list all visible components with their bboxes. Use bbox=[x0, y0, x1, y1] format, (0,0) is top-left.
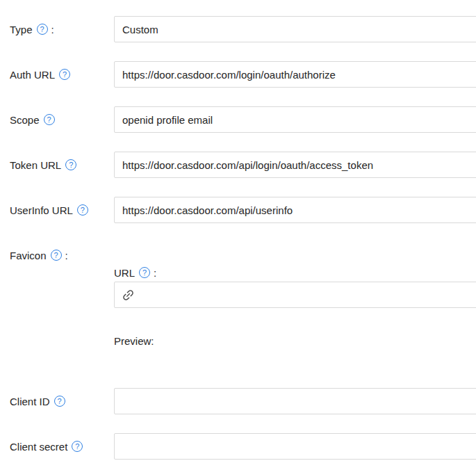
help-icon[interactable]: ? bbox=[37, 24, 48, 35]
auth-url-row: Auth URL ? bbox=[0, 61, 476, 88]
client-secret-label-text: Client secret bbox=[10, 441, 67, 453]
type-label: Type ? : bbox=[0, 16, 114, 42]
favicon-url-label-colon: : bbox=[154, 267, 156, 279]
favicon-label: Favicon ? : bbox=[0, 242, 114, 268]
auth-url-label: Auth URL ? bbox=[0, 61, 114, 88]
client-id-row: Client ID ? bbox=[0, 388, 476, 414]
help-icon[interactable]: ? bbox=[65, 159, 76, 170]
favicon-preview-label: Preview: bbox=[114, 333, 476, 348]
client-id-label: Client ID ? bbox=[0, 388, 114, 414]
scope-input[interactable] bbox=[114, 106, 476, 133]
scope-row: Scope ? bbox=[0, 106, 476, 133]
userinfo-url-row: UserInfo URL ? bbox=[0, 197, 476, 223]
help-icon[interactable]: ? bbox=[77, 204, 88, 216]
client-secret-label: Client secret ? bbox=[0, 433, 114, 460]
client-id-label-text: Client ID bbox=[10, 396, 50, 407]
client-id-input[interactable] bbox=[114, 388, 476, 414]
help-icon[interactable]: ? bbox=[139, 267, 150, 278]
userinfo-url-input[interactable] bbox=[114, 197, 476, 223]
client-secret-row: Client secret ? bbox=[0, 433, 476, 460]
type-row: Type ? : bbox=[0, 16, 476, 42]
help-icon[interactable]: ? bbox=[51, 250, 62, 261]
provider-edit-form: Type ? : Auth URL ? Scope ? Token URL ? bbox=[0, 0, 476, 460]
favicon-url-label-text: URL bbox=[114, 267, 135, 279]
token-url-label: Token URL ? bbox=[0, 152, 114, 178]
link-icon bbox=[122, 289, 134, 301]
type-select[interactable] bbox=[114, 16, 476, 42]
client-secret-input[interactable] bbox=[114, 433, 476, 460]
type-label-colon: : bbox=[51, 24, 54, 35]
token-url-row: Token URL ? bbox=[0, 152, 476, 178]
favicon-url-label: URL ? : bbox=[114, 265, 476, 280]
favicon-label-text: Favicon bbox=[10, 250, 47, 261]
token-url-input[interactable] bbox=[114, 152, 476, 178]
help-icon[interactable]: ? bbox=[44, 114, 55, 125]
token-url-label-text: Token URL bbox=[10, 159, 61, 171]
scope-label-text: Scope bbox=[10, 114, 40, 126]
help-icon[interactable]: ? bbox=[59, 69, 70, 80]
help-icon[interactable]: ? bbox=[54, 396, 65, 407]
userinfo-url-label: UserInfo URL ? bbox=[0, 197, 114, 223]
favicon-label-colon: : bbox=[65, 250, 68, 261]
help-icon[interactable]: ? bbox=[72, 441, 83, 452]
favicon-url-input-wrapper bbox=[114, 282, 476, 308]
scope-label: Scope ? bbox=[0, 106, 114, 133]
favicon-section: Favicon ? : URL ? : Preview: bbox=[0, 242, 476, 348]
userinfo-url-label-text: UserInfo URL bbox=[10, 204, 73, 216]
auth-url-input[interactable] bbox=[114, 61, 476, 88]
type-label-text: Type bbox=[10, 24, 33, 35]
favicon-url-input[interactable] bbox=[140, 282, 476, 307]
auth-url-label-text: Auth URL bbox=[10, 69, 55, 81]
